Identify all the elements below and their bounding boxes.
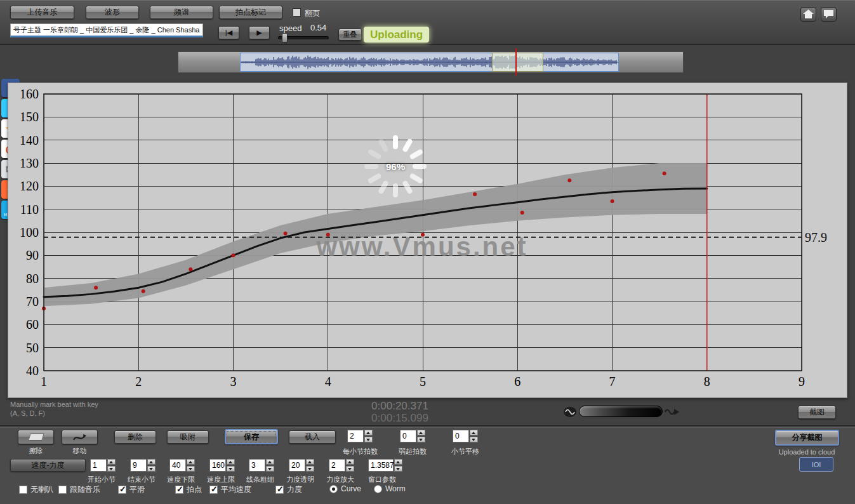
tempo-dynamics-button[interactable]: 速度-力度 xyxy=(10,459,86,472)
share-snapshot-button[interactable]: 分享截图 xyxy=(775,430,839,446)
spin-up-icon[interactable] xyxy=(306,459,314,465)
spin-up-icon[interactable] xyxy=(266,459,274,465)
spinner-ray xyxy=(368,149,382,160)
svg-text:40: 40 xyxy=(26,364,39,378)
beat-mark-hint: Manually mark beat with key (A, S, D, F) xyxy=(10,400,98,418)
tempo-max-spinner[interactable]: 160 xyxy=(209,459,235,472)
spin-up-icon[interactable] xyxy=(394,459,402,465)
uploading-status-badge: Uploading xyxy=(364,27,429,43)
tempo-min-label: 速度下限 xyxy=(167,475,195,484)
bar-shift-label: 小节平移 xyxy=(451,447,479,456)
checkbox-box[interactable] xyxy=(209,486,218,494)
play-button[interactable]: ▶ xyxy=(249,26,270,39)
radio-dot[interactable] xyxy=(374,485,382,493)
chat-bubble-icon xyxy=(823,10,834,19)
spin-down-icon[interactable] xyxy=(266,466,274,472)
spinner-ray xyxy=(378,180,389,194)
checkbox-box[interactable] xyxy=(175,486,183,494)
bar-shift-spinner[interactable]: 0 xyxy=(453,430,478,442)
load-button[interactable]: 载入 xyxy=(289,430,336,444)
ioi-button[interactable]: IOI xyxy=(799,457,833,472)
checkbox-box[interactable] xyxy=(19,486,27,494)
checkbox-no-horn[interactable]: 无喇叭 xyxy=(19,484,53,495)
spin-down-icon[interactable] xyxy=(187,466,195,472)
spin-down-icon[interactable] xyxy=(417,437,425,442)
upload-music-button[interactable]: 上传音乐 xyxy=(10,6,74,19)
waveform-button[interactable]: 波形 xyxy=(86,6,139,19)
eraser-icon xyxy=(28,434,44,441)
svg-text:1: 1 xyxy=(41,375,47,388)
beats-per-bar-spinner[interactable]: 2 xyxy=(347,430,373,442)
spin-up-icon[interactable] xyxy=(147,459,156,465)
pickup-beats-spinner[interactable]: 0 xyxy=(400,430,425,442)
page-turn-checkbox[interactable] xyxy=(293,8,301,17)
checkbox-box[interactable] xyxy=(275,486,284,494)
spinner-ray xyxy=(402,180,413,194)
waveform-graphic xyxy=(241,53,618,71)
uploaded-to-cloud-label: Uploaded to cloud xyxy=(769,448,845,456)
checkbox-beat-points[interactable]: 拍点 xyxy=(175,484,202,495)
checkbox-box[interactable] xyxy=(58,486,67,494)
spin-up-icon[interactable] xyxy=(364,430,373,435)
speed-slider-handle[interactable] xyxy=(282,33,288,43)
spin-down-icon[interactable] xyxy=(346,466,354,472)
waveform-selection-window[interactable] xyxy=(492,53,543,72)
spinner-ray xyxy=(393,135,398,149)
spin-down-icon[interactable] xyxy=(364,437,373,442)
beat-mark-button[interactable]: 拍点标记 xyxy=(219,6,282,19)
waveform-overview[interactable] xyxy=(240,53,619,72)
checkbox-follow-music[interactable]: 跟随音乐 xyxy=(58,484,100,495)
hint-line-2: (A, S, D, F) xyxy=(10,409,98,418)
start-bar-spinner[interactable]: 1 xyxy=(90,459,116,472)
beats-per-bar-label: 每小节拍数 xyxy=(343,447,378,456)
bottom-control-panel: 擦除 移动 删除 吸附 保存 载入 2 每小节拍数 0 弱起拍数 0 小节平移 … xyxy=(0,427,855,504)
tempo-min-spinner[interactable]: 40 xyxy=(169,459,195,472)
spin-down-icon[interactable] xyxy=(306,466,314,472)
overlap-button[interactable]: 重叠 xyxy=(338,29,362,41)
spin-up-icon[interactable] xyxy=(346,459,354,465)
spin-down-icon[interactable] xyxy=(394,466,402,472)
volume-slider[interactable] xyxy=(579,406,663,417)
track-title-input[interactable]: 号子主题 一乐章郎朗 _ 中国爱乐乐团 _ 余隆 _ Chen Shasha xyxy=(10,23,203,37)
svg-text:8: 8 xyxy=(704,375,710,388)
svg-text:130: 130 xyxy=(20,156,39,170)
feedback-button[interactable] xyxy=(821,7,837,22)
erase-button[interactable] xyxy=(18,430,54,444)
spin-down-icon[interactable] xyxy=(227,466,235,472)
dynamics-zoom-spinner[interactable]: 2 xyxy=(329,459,354,472)
delete-button[interactable]: 删除 xyxy=(114,430,156,444)
snapshot-button[interactable]: 截图 xyxy=(798,406,836,419)
spinner-ray xyxy=(368,173,382,184)
spin-up-icon[interactable] xyxy=(227,459,235,465)
end-bar-spinner[interactable]: 9 xyxy=(130,459,156,472)
dynamics-alpha-spinner[interactable]: 20 xyxy=(289,459,314,472)
spin-down-icon[interactable] xyxy=(470,437,478,442)
checkbox-smooth[interactable]: 平滑 xyxy=(118,484,145,495)
svg-text:70: 70 xyxy=(26,295,39,308)
spectrum-button[interactable]: 频谱 xyxy=(150,6,213,19)
checkbox-box[interactable] xyxy=(118,486,126,494)
spin-down-icon[interactable] xyxy=(107,466,116,472)
radio-dot[interactable] xyxy=(329,485,338,493)
spin-up-icon[interactable] xyxy=(187,459,195,465)
line-width-spinner[interactable]: 3 xyxy=(249,459,274,472)
save-button[interactable]: 保存 xyxy=(225,429,278,444)
home-button[interactable] xyxy=(800,7,816,22)
radio-worm[interactable]: Worm xyxy=(374,484,406,493)
radio-curve[interactable]: Curve xyxy=(329,484,361,493)
spin-up-icon[interactable] xyxy=(107,459,116,465)
move-button[interactable] xyxy=(62,430,98,444)
svg-text:160: 160 xyxy=(20,87,39,101)
checkbox-average-tempo[interactable]: 平均速度 xyxy=(209,484,251,495)
window-param-spinner[interactable]: 1.3587 xyxy=(368,459,402,472)
spin-up-icon[interactable] xyxy=(417,430,425,435)
svg-text:60: 60 xyxy=(26,317,39,331)
spin-down-icon[interactable] xyxy=(147,466,156,472)
spinner-ray xyxy=(402,138,413,153)
svg-text:5: 5 xyxy=(420,375,426,388)
skip-to-start-button[interactable]: |◀ xyxy=(218,26,239,39)
spin-up-icon[interactable] xyxy=(470,430,478,435)
checkbox-dynamics[interactable]: 力度 xyxy=(275,484,302,495)
playhead-cursor[interactable] xyxy=(515,48,517,76)
snap-button[interactable]: 吸附 xyxy=(167,430,209,444)
